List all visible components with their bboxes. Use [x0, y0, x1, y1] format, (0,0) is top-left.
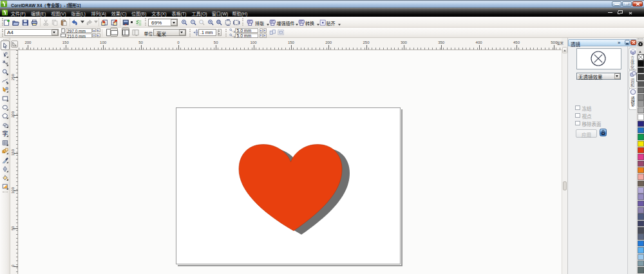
svg-text:字: 字 — [2, 131, 8, 137]
